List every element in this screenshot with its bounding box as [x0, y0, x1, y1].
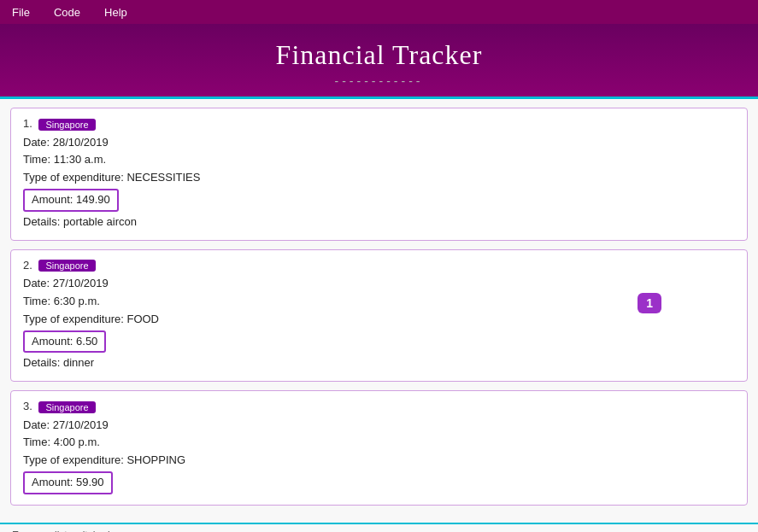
expense-item-3: 3. Singapore Date: 27/10/2019 Time: 4:00… [10, 390, 748, 506]
menu-file[interactable]: File [7, 4, 35, 20]
item-time-2: Time: 6:30 p.m. [23, 293, 735, 311]
item-number-3: 3. Singapore [23, 400, 735, 413]
expense-item-2: 2. Singapore Date: 27/10/2019 Time: 6:30… [10, 249, 748, 383]
menu-code[interactable]: Code [49, 4, 85, 20]
item-amount-1: Amount: 149.90 [23, 187, 735, 213]
location-badge-3: Singapore [38, 401, 95, 413]
amount-box-3: Amount: 59.90 [23, 471, 113, 494]
menu-bar: File Code Help [0, 0, 758, 24]
item-time-3: Time: 4:00 p.m. [23, 434, 735, 452]
item-type-2: Type of expenditure: FOOD [23, 311, 735, 329]
location-badge-2: Singapore [38, 260, 95, 272]
amount-box-1: Amount: 149.90 [23, 189, 119, 212]
item-date-3: Date: 27/10/2019 [23, 417, 735, 435]
item-date-2: Date: 27/10/2019 [23, 275, 735, 293]
annotation-bubble-1: 1 [638, 293, 661, 313]
item-details-1: Details: portable aircon [23, 213, 735, 231]
expense-item-1: 1. Singapore Date: 28/10/2019 Time: 11:3… [10, 108, 748, 241]
location-badge-1: Singapore [38, 119, 95, 131]
item-time-1: Time: 11:30 a.m. [23, 151, 735, 169]
item-amount-3: Amount: 59.90 [23, 470, 735, 496]
item-type-3: Type of expenditure: SHOPPING [23, 452, 735, 470]
amount-box-2: Amount: 6.50 [23, 330, 106, 354]
item-type-1: Type of expenditure: NECESSITIES [23, 169, 735, 187]
header-dashes: ------------ [0, 74, 758, 88]
item-details-2: Details: dinner [23, 354, 735, 372]
item-number-1: 1. Singapore [23, 117, 735, 131]
status-bar: Expense list switched [0, 524, 758, 532]
item-amount-2: Amount: 6.50 [23, 329, 735, 355]
item-date-1: Date: 28/10/2019 [23, 134, 735, 152]
item-number-2: 2. Singapore [23, 259, 735, 272]
page-title: Financial Tracker [0, 39, 758, 71]
app-header: Financial Tracker ------------ [0, 24, 758, 99]
menu-help[interactable]: Help [99, 4, 132, 20]
expense-list[interactable]: 1. Singapore Date: 28/10/2019 Time: 11:3… [0, 99, 758, 524]
